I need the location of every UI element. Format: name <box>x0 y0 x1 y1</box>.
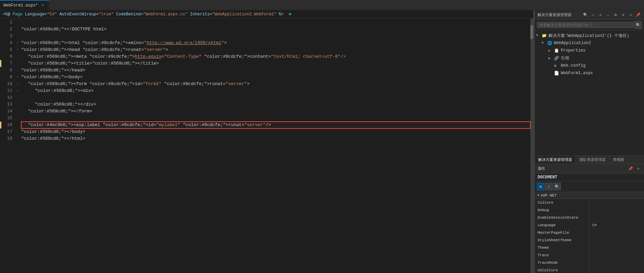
props-grid-btn[interactable]: ⊞ <box>537 183 544 190</box>
code-line: "color:#569cd6;"><body> <box>21 74 530 81</box>
collapse-icon[interactable]: − <box>16 41 18 45</box>
props-value[interactable] <box>590 251 644 259</box>
solution-explorer: 解决方案资源管理器 🔍 ⌂ ↺ — ⊞ ⇈ ◁ 📌 🔍 <box>535 10 644 164</box>
tab-webform1[interactable]: WebForm1.aspx* × <box>0 0 49 10</box>
code-line: "color:#569cd6;"><title>"color:#569cd6;"… <box>21 60 530 67</box>
code-line: "color:#569cd6;"></head> <box>21 67 530 74</box>
solution-label: 解决方案'WebApplication2'(1 个项目) <box>549 33 643 39</box>
properties-arrow: ▶ <box>549 49 554 53</box>
props-value[interactable] <box>590 214 644 221</box>
tab-close-button[interactable]: × <box>40 3 46 8</box>
tab-bar: WebForm1.aspx* × <box>0 0 644 10</box>
code-line: "color:#569cd6;"><div> <box>21 87 530 94</box>
tree-item-properties[interactable]: ▶ 📋 Properties <box>535 47 644 54</box>
code-line: "color:#569cd6;"></body> <box>21 128 530 135</box>
tab-team-explorer[interactable]: 团队资源管理器 <box>576 156 609 164</box>
code-line: "color:#569cd6;"></div> <box>21 101 530 108</box>
main-layout: <%@ Page Language="C#" AutoEventWireup="… <box>0 10 644 273</box>
props-key: UICulture <box>535 267 590 273</box>
props-pin-icon[interactable]: 📌 <box>628 166 634 172</box>
tree-item-references[interactable]: ▶ 🔗 引用 <box>535 54 644 62</box>
code-line: "color:#569cd6;"><form "color:#9cdcfe;">… <box>21 81 530 87</box>
search-button[interactable]: 🔍 <box>634 21 642 29</box>
properties-title: 属性 <box>538 166 545 171</box>
webconfig-icon: ⚙ <box>554 63 559 68</box>
collapse-icon[interactable]: − <box>16 76 18 79</box>
refresh-icon[interactable]: ↺ <box>597 12 604 18</box>
props-row: StyleSheetTheme <box>535 236 644 244</box>
props-value[interactable] <box>590 206 644 214</box>
props-sort-btn[interactable]: ↕ <box>545 183 553 190</box>
tab-label: WebForm1.aspx* <box>3 3 38 8</box>
props-row: UICulture <box>535 267 644 273</box>
props-key: Culture <box>535 199 590 206</box>
new-solution-icon[interactable]: ⇈ <box>620 12 626 18</box>
props-value[interactable] <box>590 259 644 266</box>
right-panel: 解决方案资源管理器 🔍 ⌂ ↺ — ⊞ ⇈ ◁ 📌 🔍 <box>534 10 644 273</box>
references-icon: 🔗 <box>554 56 559 61</box>
tree-item-project[interactable]: ▼ 🌐 WebApplication2 <box>535 39 644 47</box>
props-key: MasterPageFile <box>535 229 590 236</box>
code-line: "color:#569cd6;"></html> <box>21 135 530 142</box>
props-row: Debug <box>535 206 644 214</box>
props-value[interactable] <box>590 267 644 273</box>
props-value[interactable] <box>590 236 644 244</box>
tree-item-webconfig[interactable]: ▶ ⚙ Web.config <box>535 62 644 69</box>
props-value[interactable] <box>590 229 644 236</box>
directive-bar: <%@ Page Language="C#" AutoEventWireup="… <box>0 10 533 18</box>
code-lines[interactable]: "color:#569cd6;"><!DOCTYPE html> "color:… <box>20 18 530 273</box>
props-toolbar: ⊞ ↕ 🔍 <box>535 181 644 192</box>
props-icon[interactable]: ⊞ <box>613 12 619 18</box>
solution-arrow: ▼ <box>536 34 542 37</box>
search-solution-icon[interactable]: 🔍 <box>582 12 589 18</box>
props-value[interactable] <box>590 199 644 206</box>
editor-area[interactable]: <%@ Page Language="C#" AutoEventWireup="… <box>0 10 533 273</box>
solution-explorer-header: 解决方案资源管理器 🔍 ⌂ ↺ — ⊞ ⇈ ◁ 📌 <box>535 10 644 20</box>
code-line: "color:#569cd6;"><html "color:#9cdcfe;">… <box>21 40 530 46</box>
props-key: Debug <box>535 206 590 214</box>
props-row: Culture <box>535 199 644 206</box>
props-key: EnableSessionState <box>535 214 590 221</box>
search-bar: 🔍 <box>535 20 644 30</box>
tab-class-view[interactable]: 类视图 <box>609 156 628 164</box>
pin-icon[interactable]: 📌 <box>635 12 641 18</box>
code-line <box>21 94 530 101</box>
search-input[interactable] <box>537 22 634 28</box>
section-label: ASP.NET <box>541 193 556 197</box>
tab-solution-explorer[interactable]: 解决方案资源管理器 <box>535 156 576 164</box>
webconfig-label: Web.config <box>561 63 643 68</box>
project-icon: 🌐 <box>547 41 553 46</box>
collapse-icon[interactable]: − <box>16 82 18 86</box>
collapse-all-icon[interactable]: — <box>605 12 611 18</box>
collapse-icon[interactable]: − <box>16 89 18 93</box>
references-arrow: ▶ <box>549 56 554 60</box>
bottom-tabs: 解决方案资源管理器 团队资源管理器 类视图 <box>535 155 644 164</box>
props-key: Theme <box>535 244 590 251</box>
props-value[interactable] <box>590 244 644 251</box>
home-icon[interactable]: ⌂ <box>590 12 596 18</box>
code-line: "color:#569cd6;"><!DOCTYPE html> <box>21 26 530 33</box>
collapse-icon[interactable]: − <box>16 48 18 52</box>
webform1-label: WebForm1.aspx <box>561 71 643 76</box>
props-filter-btn[interactable]: 🔍 <box>553 183 561 190</box>
vertical-scrollbar[interactable] <box>530 18 533 273</box>
props-row: Trace <box>535 251 644 259</box>
props-close-icon[interactable]: ✕ <box>635 166 641 172</box>
more-icon[interactable]: ◁ <box>628 12 634 18</box>
props-key: Language <box>535 221 590 229</box>
code-line: "color:#569cd6;"><head "color:#9cdcfe;">… <box>21 46 530 53</box>
code-line <box>21 19 530 26</box>
panel-header-icons: 🔍 ⌂ ↺ — ⊞ ⇈ ◁ 📌 <box>582 12 641 18</box>
tree-item-webform1[interactable]: ▶ 📄 WebForm1.aspx <box>535 69 644 77</box>
props-row: TraceMode <box>535 259 644 267</box>
props-key: TraceMode <box>535 259 590 266</box>
section-expand-icon: ▼ <box>538 194 539 197</box>
line-numbers: 123456789101112131415161718 <box>1 18 15 273</box>
scrollbar-thumb[interactable] <box>530 25 533 39</box>
tree-item-solution[interactable]: ▼ 📁 解决方案'WebApplication2'(1 个项目) <box>535 32 644 39</box>
solution-icon: 📁 <box>542 33 547 38</box>
code-line <box>21 115 530 122</box>
props-value[interactable]: C# <box>590 221 644 229</box>
properties-panel-header: 属性 📌 ✕ <box>535 164 644 174</box>
project-label: WebApplication2 <box>554 41 643 45</box>
